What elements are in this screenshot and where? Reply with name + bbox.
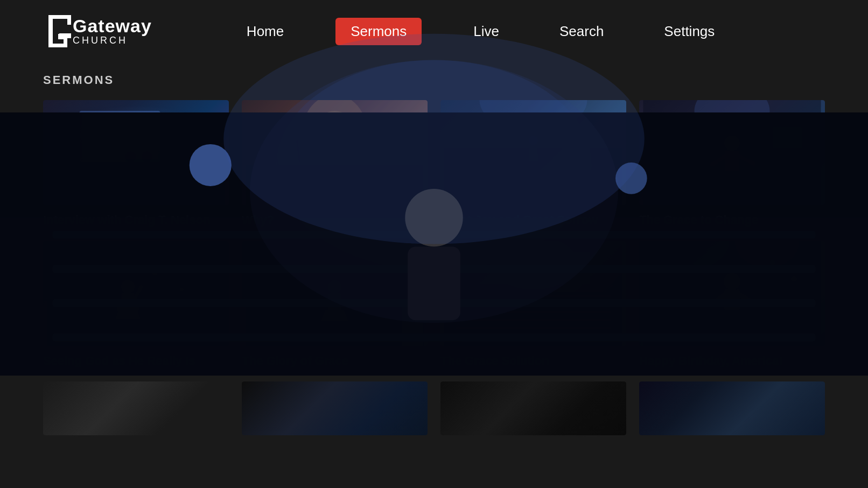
main-content: SERMONS — [0, 62, 868, 457]
sermon-grid-row3-partial — [43, 381, 825, 435]
sermon-card-12[interactable] — [639, 381, 825, 435]
sermon-thumbnail-12 — [639, 381, 825, 435]
